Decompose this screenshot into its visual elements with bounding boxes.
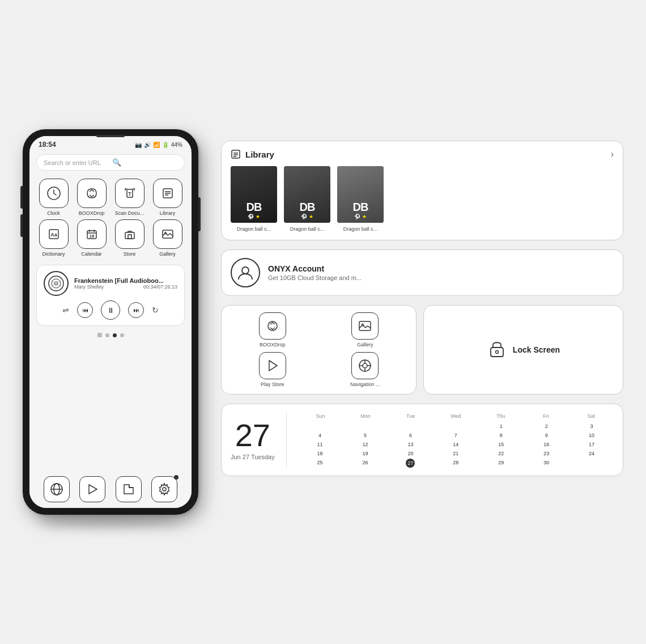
- app-item-library[interactable]: Library: [150, 179, 185, 216]
- svg-marker-28: [89, 485, 97, 494]
- music-top: Frankenstein [Full Audioboo... Mary Shel…: [44, 271, 177, 296]
- cal-day-cell: 27: [406, 459, 415, 468]
- search-placeholder: Search or enter URL: [44, 159, 109, 166]
- cal-day-cell: 18: [298, 450, 342, 457]
- svg-point-29: [163, 488, 166, 491]
- cal-day-cell: [343, 422, 388, 430]
- app-item-clock[interactable]: Clock: [36, 179, 71, 216]
- app-item-booxdrop[interactable]: BOOXDrop: [74, 179, 109, 216]
- cal-day-number: 27: [235, 420, 270, 451]
- library-chevron-icon[interactable]: ›: [611, 149, 614, 159]
- app-item-scan[interactable]: T Scan Docu...: [112, 179, 147, 216]
- lock-screen-widget[interactable]: Lock Screen: [423, 305, 623, 395]
- settings-icon: [158, 482, 171, 496]
- svg-text:T: T: [128, 191, 131, 197]
- booxdrop-label: BOOXDrop: [79, 210, 105, 216]
- app-item-gallery[interactable]: Gallery: [150, 219, 185, 257]
- music-title: Frankenstein [Full Audioboo...: [74, 277, 177, 284]
- cal-day-cell: [388, 422, 432, 430]
- calendar-app-label: Calendar: [81, 251, 102, 257]
- nav-explore[interactable]: [44, 476, 70, 502]
- cal-header-thu: Thu: [478, 412, 524, 420]
- widget-app-playstore[interactable]: Play Store: [228, 352, 317, 387]
- widget-gallery-label: Gallery: [357, 342, 373, 348]
- navigation-widget-icon: [357, 358, 373, 374]
- cal-day-cell: 22: [479, 450, 523, 457]
- library-books: DB ⚽ ★ Dragon ball c... DB ⚽ ★ Drag: [231, 166, 614, 232]
- lock-svg-icon: [487, 338, 507, 358]
- repeat-icon[interactable]: ↻: [152, 306, 159, 315]
- wifi-icon: 📶: [153, 142, 160, 148]
- music-controls: ⇌ ⏮ ⏸ ⏭ ↻: [44, 300, 177, 320]
- app-item-calendar[interactable]: 18 Calendar: [74, 219, 109, 257]
- store-icon: [122, 227, 137, 242]
- dictionary-label: Dictionary: [42, 251, 65, 257]
- status-icons: 📷 🔊 📶 🔋 44%: [135, 142, 182, 148]
- cal-day-cell: 21: [434, 450, 478, 457]
- search-bar[interactable]: Search or enter URL 🔍: [36, 154, 185, 171]
- onyx-account-widget[interactable]: ONYX Account Get 10GB Cloud Storage and …: [221, 249, 623, 296]
- svg-point-45: [495, 350, 498, 353]
- widget-navigation-label: Navigation ...: [350, 382, 380, 387]
- booxdrop-icon-box: [77, 179, 107, 208]
- onyx-title: ONYX Account: [268, 264, 362, 273]
- play-pause-button[interactable]: ⏸: [101, 300, 120, 320]
- nav-settings[interactable]: [151, 476, 177, 502]
- cal-grid-section: Sun Mon Tue Wed Thu Fri Sat 123456789101…: [298, 412, 614, 468]
- calendar-widget: 27 Jun 27 Tuesday Sun Mon Tue Wed Thu Fr…: [221, 404, 623, 476]
- cal-day-cell: [434, 422, 478, 430]
- gallery-icon: [160, 227, 175, 242]
- svg-rect-44: [491, 348, 503, 357]
- phone-side-btn2: [20, 214, 23, 237]
- svg-line-2: [54, 193, 56, 195]
- cal-day-cell: 17: [570, 440, 614, 448]
- apps-grid-widget: BOOXDrop Gallery: [221, 305, 416, 395]
- store-icon-box: [115, 219, 144, 249]
- library-icon: [160, 186, 175, 201]
- bottom-nav: [29, 472, 192, 508]
- widget-navigation-icon: [351, 352, 379, 379]
- clock-label: Clock: [47, 210, 60, 216]
- svg-text:18: 18: [89, 234, 94, 239]
- shuffle-icon[interactable]: ⇌: [62, 306, 69, 315]
- settings-badge: [174, 475, 178, 480]
- calendar-icon-box: 18: [77, 219, 107, 249]
- onyx-info: ONYX Account Get 10GB Cloud Storage and …: [268, 264, 362, 281]
- clock-icon: [46, 186, 61, 201]
- cal-day-cell: 7: [434, 431, 478, 439]
- nav-play[interactable]: [79, 476, 105, 502]
- cal-day-cell: 14: [434, 440, 478, 448]
- book-cover-2: DB ⚽ ★: [284, 166, 330, 223]
- library-widget-icon: [231, 149, 241, 159]
- next-button[interactable]: ⏭: [128, 302, 144, 318]
- cal-header-fri: Fri: [524, 412, 569, 420]
- nav-files[interactable]: [116, 476, 142, 502]
- widget-app-navigation[interactable]: Navigation ...: [321, 352, 410, 387]
- cal-day-cell: 15: [479, 440, 523, 448]
- apps-lock-row: BOOXDrop Gallery: [221, 305, 623, 395]
- cal-day-cell: 10: [570, 431, 614, 439]
- prev-button[interactable]: ⏮: [77, 302, 93, 318]
- onyx-widget-inner: ONYX Account Get 10GB Cloud Storage and …: [231, 258, 614, 287]
- app-item-dictionary[interactable]: Aa Dictionary: [36, 219, 71, 257]
- svg-point-39: [363, 363, 367, 368]
- book-item-3[interactable]: DB ⚽ ★ Dragon ball c...: [337, 166, 384, 232]
- calendar-widget-inner: 27 Jun 27 Tuesday Sun Mon Tue Wed Thu Fr…: [231, 412, 614, 468]
- library-icon-box: [153, 179, 182, 208]
- book-item-2[interactable]: DB ⚽ ★ Dragon ball c...: [284, 166, 330, 232]
- page-dot-1: [97, 333, 102, 337]
- cal-day-cell: 30: [524, 459, 568, 468]
- music-artist: Mary Shelley 00:34/07:26:13: [74, 284, 177, 290]
- widget-booxdrop-label: BOOXDrop: [260, 342, 286, 348]
- music-player: Frankenstein [Full Audioboo... Mary Shel…: [36, 265, 185, 326]
- svg-rect-30: [232, 150, 240, 158]
- scan-icon: T: [122, 186, 137, 201]
- cal-day-cell: 13: [388, 440, 432, 448]
- book-item-1[interactable]: DB ⚽ ★ Dragon ball c...: [231, 166, 277, 232]
- svg-marker-37: [269, 361, 277, 371]
- onyx-avatar: [231, 258, 260, 287]
- status-time: 18:54: [39, 141, 56, 149]
- widget-app-gallery[interactable]: Gallery: [321, 312, 410, 348]
- widget-app-booxdrop[interactable]: BOOXDrop: [228, 312, 317, 348]
- app-item-store[interactable]: Store: [112, 219, 147, 257]
